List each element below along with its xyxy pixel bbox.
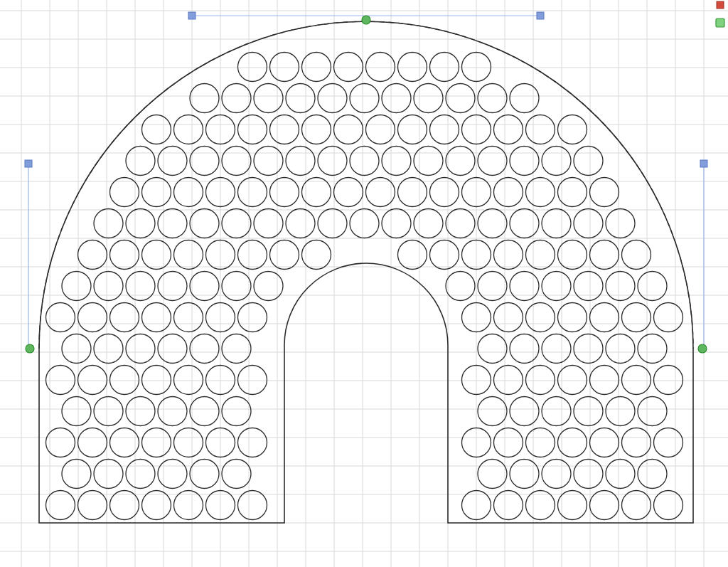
pattern-circle: [94, 209, 123, 238]
pattern-circle: [590, 428, 619, 457]
pattern-circle: [622, 366, 651, 395]
pattern-circle: [446, 272, 475, 301]
pattern-circle: [270, 53, 299, 82]
pattern-circle: [142, 240, 171, 270]
pattern-circle: [158, 209, 187, 238]
pattern-circle: [510, 397, 539, 426]
pattern-circle: [622, 303, 651, 332]
pattern-circle: [654, 428, 683, 457]
pattern-circle: [190, 397, 219, 426]
pattern-circle: [558, 366, 587, 395]
pattern-circle: [334, 115, 363, 144]
pattern-circle: [238, 53, 267, 82]
circle-pattern: [46, 53, 683, 520]
anchor-left[interactable]: [26, 344, 34, 353]
pattern-circle: [350, 147, 379, 176]
pattern-circle: [110, 178, 139, 207]
pattern-circle: [46, 303, 75, 332]
pattern-circle: [414, 209, 443, 238]
pattern-circle: [286, 209, 315, 238]
pattern-circle: [654, 491, 683, 520]
pattern-circle: [574, 272, 603, 301]
pattern-circle: [494, 428, 523, 457]
drawing-canvas[interactable]: [0, 0, 728, 567]
pattern-circle: [590, 491, 619, 520]
pattern-circle: [398, 115, 427, 144]
pattern-circle: [62, 272, 91, 301]
pattern-circle: [350, 209, 379, 238]
pattern-circle: [78, 303, 107, 332]
anchor-right[interactable]: [698, 344, 707, 353]
pattern-circle: [302, 115, 331, 144]
pattern-circle: [110, 240, 139, 270]
pattern-circle: [174, 366, 203, 395]
pattern-circle: [574, 147, 603, 176]
pattern-circle: [510, 460, 539, 489]
pattern-circle: [174, 178, 203, 207]
pattern-circle: [494, 115, 523, 144]
pattern-circle: [334, 178, 363, 207]
pattern-circle: [526, 428, 555, 457]
pattern-circle: [590, 240, 619, 270]
handle-top-left[interactable]: [188, 12, 196, 19]
pattern-circle: [78, 240, 107, 270]
pattern-circle: [110, 366, 139, 395]
pattern-circle: [78, 366, 107, 395]
pattern-circle: [366, 178, 395, 207]
pattern-circle: [142, 115, 171, 144]
pattern-circle: [654, 303, 683, 332]
pattern-circle: [46, 428, 75, 457]
pattern-circle: [478, 334, 507, 364]
pattern-circle: [638, 334, 667, 364]
pattern-circle: [494, 240, 523, 270]
pattern-circle: [94, 272, 123, 301]
corner-marker-icon[interactable]: [717, 1, 724, 9]
pattern-circle: [222, 84, 251, 113]
pattern-circle: [366, 53, 395, 82]
pattern-circle: [494, 178, 523, 207]
pattern-circle: [270, 178, 299, 207]
pattern-circle: [542, 397, 571, 426]
handle-left[interactable]: [25, 160, 32, 167]
pattern-circle: [174, 240, 203, 270]
pattern-circle: [190, 209, 219, 238]
pattern-circle: [494, 491, 523, 520]
pattern-circle: [574, 209, 603, 238]
pattern-circle: [606, 460, 635, 489]
pattern-circle: [302, 178, 331, 207]
pattern-circle: [622, 428, 651, 457]
pattern-circle: [158, 460, 187, 489]
pattern-circle: [510, 84, 539, 113]
pattern-circle: [190, 272, 219, 301]
pattern-circle: [558, 303, 587, 332]
pattern-circle: [430, 115, 459, 144]
pattern-circle: [126, 397, 155, 426]
handle-right[interactable]: [700, 160, 707, 167]
pattern-circle: [222, 209, 251, 238]
pattern-circle: [606, 334, 635, 364]
pattern-circle: [254, 209, 283, 238]
rotate-handle-icon[interactable]: [716, 18, 724, 27]
pattern-circle: [126, 272, 155, 301]
pattern-circle: [110, 428, 139, 457]
handle-top-right[interactable]: [537, 12, 544, 19]
pattern-circle: [238, 178, 267, 207]
pattern-circle: [238, 303, 267, 332]
pattern-circle: [542, 460, 571, 489]
pattern-circle: [46, 491, 75, 520]
pattern-circle: [62, 397, 91, 426]
pattern-circle: [126, 209, 155, 238]
pattern-circle: [318, 209, 347, 238]
pattern-circle: [110, 303, 139, 332]
pattern-circle: [510, 272, 539, 301]
pattern-circle: [526, 366, 555, 395]
pattern-circle: [302, 53, 331, 82]
pattern-circle: [254, 84, 283, 113]
anchor-top[interactable]: [362, 16, 370, 24]
pattern-circle: [558, 178, 587, 207]
pattern-circle: [158, 334, 187, 364]
pattern-circle: [542, 147, 571, 176]
pattern-circle: [126, 147, 155, 176]
pattern-circle: [286, 147, 315, 176]
pattern-circle: [46, 366, 75, 395]
